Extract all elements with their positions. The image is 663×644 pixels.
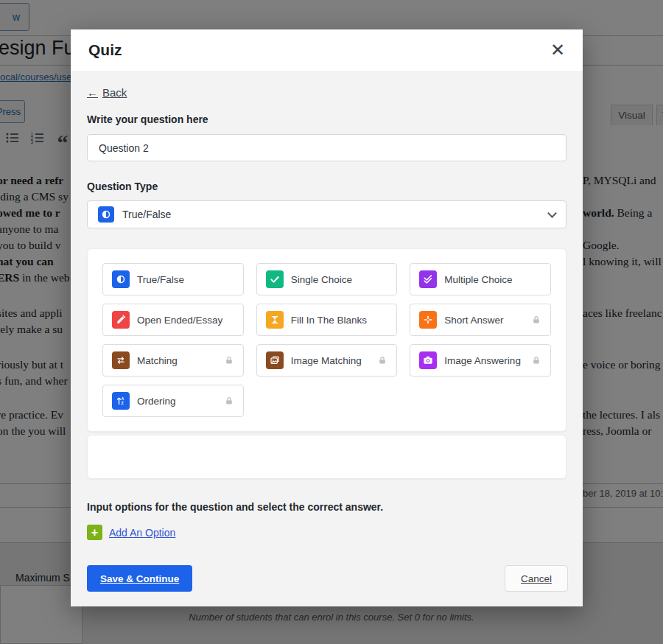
plus-icon: + [87, 525, 102, 540]
question-type-card: True/FalseSingle ChoiceMultiple ChoiceOp… [87, 248, 566, 432]
type-tile-single-choice[interactable]: Single Choice [256, 263, 398, 295]
svg-text:A: A [122, 396, 124, 401]
type-tile-label: Image Matching [291, 355, 362, 366]
question-input[interactable] [87, 134, 566, 161]
type-tile-label: Short Answer [444, 315, 503, 326]
type-tile-label: Image Answering [444, 355, 521, 366]
multiple-choice-icon [419, 270, 437, 288]
type-tile-image-answering[interactable]: Image Answering [410, 344, 551, 377]
type-tile-multiple-choice[interactable]: Multiple Choice [410, 263, 551, 295]
modal-body: ←Back Write your question here Question … [71, 71, 583, 606]
add-option-label: Add An Option [109, 527, 175, 539]
fill-blanks-icon [266, 311, 284, 329]
single-choice-icon [266, 270, 284, 288]
ordering-icon: AZ [112, 392, 130, 410]
question-type-label: Question Type [87, 181, 566, 192]
question-type-select[interactable]: True/False [87, 200, 566, 228]
matching-icon [112, 351, 130, 369]
question-type-grid: True/FalseSingle ChoiceMultiple ChoiceOp… [102, 263, 551, 417]
cancel-button[interactable]: Cancel [505, 565, 568, 592]
options-hint: Input options for the question and selec… [87, 501, 566, 513]
type-tile-label: Multiple Choice [444, 274, 512, 285]
image-matching-icon [266, 351, 284, 369]
lock-icon [224, 396, 234, 406]
question-label: Write your question here [87, 113, 566, 125]
type-tile-label: Fill In The Blanks [291, 315, 367, 326]
quiz-modal: Quiz ✕ ←Back Write your question here Qu… [71, 29, 583, 606]
selected-type-label: True/False [122, 209, 171, 220]
lock-icon [531, 355, 541, 365]
close-icon[interactable]: ✕ [550, 41, 565, 59]
short-answer-icon [419, 311, 437, 329]
type-tile-fill-blanks[interactable]: Fill In The Blanks [256, 304, 398, 336]
back-label: Back [102, 86, 127, 99]
type-tile-label: True/False [137, 274, 184, 285]
image-answering-icon [419, 351, 437, 369]
true-false-icon [98, 206, 114, 223]
type-tile-open-ended[interactable]: Open Ended/Essay [102, 304, 244, 336]
screen: w esign Func ocal/courses/use Press 123 … [0, 0, 663, 644]
back-link[interactable]: ←Back [87, 86, 127, 99]
modal-title: Quiz [88, 41, 122, 59]
type-tile-label: Matching [137, 355, 178, 366]
type-tile-short-answer[interactable]: Short Answer [410, 304, 551, 336]
type-tile-label: Open Ended/Essay [137, 315, 222, 326]
type-tile-ordering[interactable]: AZOrdering [102, 385, 244, 417]
modal-header: Quiz ✕ [71, 29, 583, 71]
add-option-button[interactable]: + Add An Option [87, 525, 566, 540]
true-false-icon [112, 270, 130, 288]
chevron-down-icon [547, 209, 557, 218]
answer-options-area [87, 435, 566, 479]
type-tile-image-matching[interactable]: Image Matching [256, 344, 398, 377]
modal-footer: Save & Continue Cancel [87, 565, 568, 592]
lock-icon [377, 355, 387, 365]
lock-icon [224, 355, 234, 365]
type-tile-label: Single Choice [291, 274, 352, 285]
type-tile-true-false[interactable]: True/False [102, 263, 244, 295]
lock-icon [531, 315, 541, 325]
back-arrow-icon: ← [87, 86, 98, 99]
type-tile-label: Ordering [137, 396, 176, 407]
open-ended-icon [112, 311, 130, 329]
save-continue-button[interactable]: Save & Continue [87, 565, 192, 592]
type-tile-matching[interactable]: Matching [102, 344, 244, 377]
svg-text:Z: Z [122, 401, 124, 405]
